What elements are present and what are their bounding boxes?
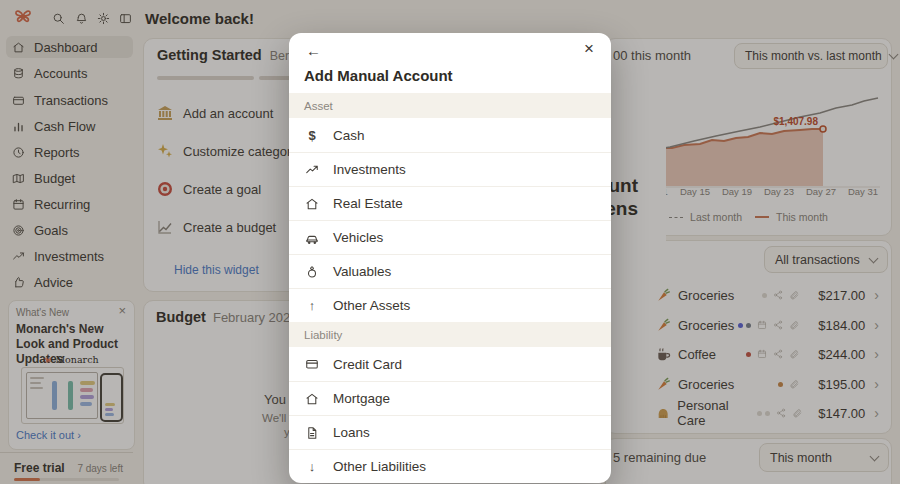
back-arrow-icon[interactable]: ←: [306, 42, 321, 59]
home-icon: [304, 197, 320, 211]
add-manual-account-modal: ← × Add Manual Account Asset $ Cash Inve…: [289, 33, 611, 483]
credit-card-icon: [304, 357, 320, 371]
arrow-down-icon: ↓: [304, 459, 320, 474]
modal-section-asset: Asset: [289, 93, 611, 118]
modal-item-real-estate[interactable]: Real Estate: [289, 186, 611, 220]
app-window: Welcome back! Dashboard Accounts Transac…: [0, 0, 900, 484]
close-icon[interactable]: ×: [584, 39, 594, 59]
modal-item-mortgage[interactable]: Mortgage: [289, 381, 611, 415]
ring-icon: [304, 265, 320, 279]
car-icon: [304, 231, 320, 245]
dollar-icon: $: [304, 128, 320, 143]
modal-item-other-assets[interactable]: ↑ Other Assets: [289, 288, 611, 322]
modal-title: Add Manual Account: [304, 67, 453, 84]
modal-item-credit-card[interactable]: Credit Card: [289, 347, 611, 381]
modal-item-other-liabilities[interactable]: ↓ Other Liabilities: [289, 449, 611, 483]
modal-item-loans[interactable]: Loans: [289, 415, 611, 449]
trend-up-icon: [304, 163, 320, 177]
modal-item-valuables[interactable]: Valuables: [289, 254, 611, 288]
modal-item-investments[interactable]: Investments: [289, 152, 611, 186]
arrow-up-icon: ↑: [304, 298, 320, 313]
modal-item-vehicles[interactable]: Vehicles: [289, 220, 611, 254]
modal-section-liability: Liability: [289, 322, 611, 347]
document-icon: [304, 426, 320, 440]
home-icon: [304, 392, 320, 406]
modal-item-cash[interactable]: $ Cash: [289, 118, 611, 152]
